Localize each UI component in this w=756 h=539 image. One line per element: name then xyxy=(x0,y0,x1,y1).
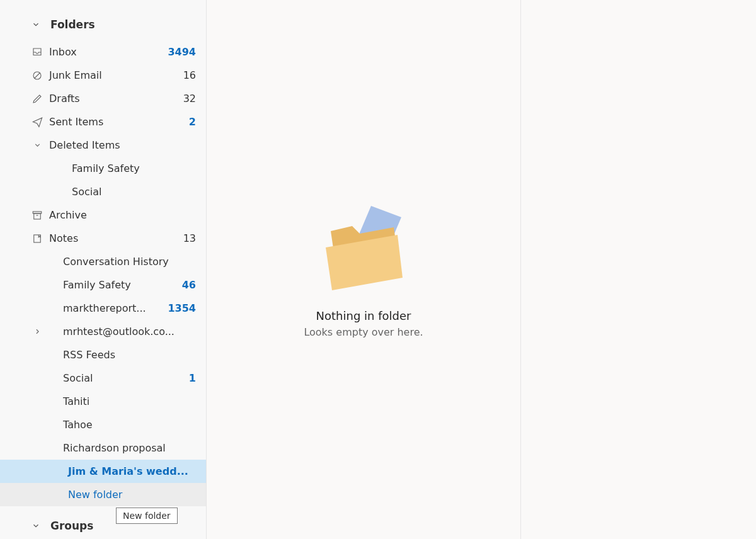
svg-rect-3 xyxy=(34,213,41,219)
empty-folder-illustration xyxy=(313,201,414,295)
drafts-icon xyxy=(30,92,44,106)
folders-list: Inbox 3494 Junk Email 16 Drafts 32 xyxy=(30,38,206,506)
new-folder-tooltip: New folder xyxy=(116,508,178,524)
empty-state-title: Nothing in folder xyxy=(316,309,411,322)
folder-archive[interactable]: Archive xyxy=(30,203,206,227)
chevron-right-icon xyxy=(30,327,44,336)
chevron-down-icon xyxy=(30,19,42,30)
folder-label: Jim & Maria's wedd... xyxy=(30,465,198,477)
folder-deleted-social[interactable]: Social xyxy=(30,180,206,203)
folder-label: Family Safety xyxy=(72,162,198,174)
folder-social[interactable]: Social 1 xyxy=(30,366,206,390)
folder-label: Sent Items xyxy=(44,116,171,128)
folder-label: Social xyxy=(63,372,171,384)
folder-label: Family Safety xyxy=(63,279,171,291)
folder-label: Drafts xyxy=(44,93,171,105)
folder-count: 1 xyxy=(171,372,198,384)
folders-section-header[interactable]: Folders xyxy=(30,11,206,38)
folder-label: RSS Feeds xyxy=(63,349,198,361)
folder-count: 2 xyxy=(171,116,198,128)
notes-icon xyxy=(30,232,44,246)
folder-label: Inbox xyxy=(44,46,168,58)
folder-jim-maria-wedding[interactable]: Jim & Maria's wedd... xyxy=(0,460,206,483)
archive-icon xyxy=(30,208,44,222)
folder-label: markthereport... xyxy=(63,302,168,314)
folder-drafts[interactable]: Drafts 32 xyxy=(30,87,206,110)
folder-count: 46 xyxy=(171,279,198,291)
folder-count: 32 xyxy=(171,93,198,105)
folder-label: Tahiti xyxy=(63,395,198,407)
folder-tahiti[interactable]: Tahiti xyxy=(30,390,206,413)
chevron-down-icon xyxy=(30,141,44,149)
folder-mrhtest[interactable]: mrhtest@outlook.co... xyxy=(30,320,206,343)
folder-label: Junk Email xyxy=(44,69,171,81)
folder-count: 16 xyxy=(171,69,198,81)
folders-header-label: Folders xyxy=(50,18,95,31)
folder-count: 13 xyxy=(171,232,198,244)
folder-label: Conversation History xyxy=(63,256,198,268)
folder-rss[interactable]: RSS Feeds xyxy=(30,343,206,366)
folder-count: 3494 xyxy=(168,46,198,58)
folder-sent[interactable]: Sent Items 2 xyxy=(30,110,206,133)
folder-inbox[interactable]: Inbox 3494 xyxy=(30,40,206,64)
folder-label: Tahoe xyxy=(63,419,198,431)
svg-line-1 xyxy=(35,72,40,78)
groups-header-label: Groups xyxy=(50,519,93,532)
chevron-down-icon xyxy=(30,520,42,531)
new-folder-button[interactable]: New folder xyxy=(0,483,206,506)
folder-count: 1354 xyxy=(168,302,198,314)
folder-label: Richardson proposal xyxy=(63,442,198,454)
folder-label: Notes xyxy=(44,232,171,244)
folder-label: Archive xyxy=(44,209,198,221)
folder-tahoe[interactable]: Tahoe xyxy=(30,413,206,436)
message-list-pane: Nothing in folder Looks empty over here. xyxy=(207,0,756,539)
folder-label: Deleted Items xyxy=(44,139,120,151)
folder-conversation-history[interactable]: Conversation History xyxy=(30,250,206,273)
app-root: Folders Inbox 3494 Junk Email 16 xyxy=(0,0,756,539)
empty-folder-panel: Nothing in folder Looks empty over here. xyxy=(207,0,521,539)
folder-label: Social xyxy=(72,186,198,198)
folder-deleted-family-safety[interactable]: Family Safety xyxy=(30,157,206,180)
folder-label: mrhtest@outlook.co... xyxy=(44,326,206,338)
folder-markthereport[interactable]: markthereport... 1354 xyxy=(30,297,206,320)
folder-junk[interactable]: Junk Email 16 xyxy=(30,64,206,87)
folder-richardson-proposal[interactable]: Richardson proposal xyxy=(30,436,206,460)
folder-notes[interactable]: Notes 13 xyxy=(30,227,206,250)
sent-icon xyxy=(30,115,44,129)
new-folder-label: New folder xyxy=(30,489,198,501)
empty-state-subtitle: Looks empty over here. xyxy=(304,326,423,338)
folder-deleted[interactable]: Deleted Items xyxy=(30,133,206,157)
folder-sidebar: Folders Inbox 3494 Junk Email 16 xyxy=(0,0,207,539)
junk-icon xyxy=(30,69,44,82)
folder-family-safety[interactable]: Family Safety 46 xyxy=(30,273,206,297)
inbox-icon xyxy=(30,45,44,59)
